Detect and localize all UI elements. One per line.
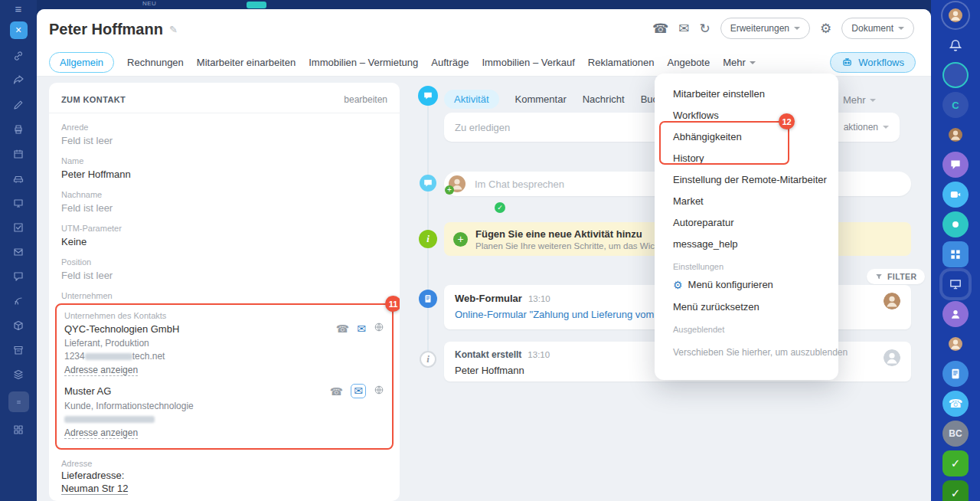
monitor-icon[interactable]: [11, 195, 26, 210]
tab-mehr[interactable]: Mehr: [723, 57, 756, 68]
timeline-tab-kommentar[interactable]: Kommentar: [515, 93, 567, 105]
actions-dropdown[interactable]: aktionen: [832, 113, 889, 142]
close-panel-button[interactable]: ×: [10, 21, 28, 39]
field-nachname: NachnameFeld ist leer: [61, 190, 387, 214]
purple-app-icon[interactable]: [942, 301, 969, 327]
mail-icon[interactable]: ✉: [678, 22, 689, 35]
menu-item-market[interactable]: Market: [655, 190, 838, 211]
copilot-icon[interactable]: [942, 62, 969, 88]
tasks-icon[interactable]: [11, 220, 26, 234]
tab-rechnungen[interactable]: Rechnungen: [127, 57, 184, 68]
menu-item-mitarbeiter-einstellen[interactable]: Mitarbeiter einstellen: [655, 83, 838, 104]
archive-icon[interactable]: [11, 342, 26, 357]
company-name[interactable]: Muster AG: [64, 385, 111, 397]
company-name[interactable]: QYC-Technologien GmbH: [64, 323, 179, 335]
feed-icon[interactable]: [11, 293, 26, 308]
task-check-icon[interactable]: ✓: [942, 450, 969, 476]
video-app-icon[interactable]: [942, 182, 969, 208]
task-check-icon[interactable]: ✓: [942, 480, 969, 501]
workflows-button[interactable]: Workflows: [830, 52, 916, 73]
filter-button[interactable]: FILTER: [867, 269, 925, 284]
timeline-tab-aktivitaet[interactable]: Aktivität: [444, 90, 499, 109]
field-utm: UTM-ParameterKeine: [61, 224, 387, 248]
funnel-icon: [875, 273, 883, 280]
show-address-link[interactable]: Adresse anzeigen: [64, 427, 138, 439]
chat-rail-icon[interactable]: [11, 269, 26, 283]
teal-app-icon[interactable]: [942, 211, 969, 237]
sync-icon[interactable]: ↻: [699, 22, 710, 35]
user-avatar[interactable]: [942, 2, 969, 28]
left-sidebar: ≡ ×: [0, 0, 37, 501]
add-activity-icon[interactable]: +: [453, 232, 468, 247]
tab-allgemein[interactable]: Allgemein: [49, 52, 114, 73]
tab-reklamationen[interactable]: Reklamationen: [588, 57, 655, 68]
robot-icon: [841, 57, 853, 68]
annotation-badge-11: 11: [385, 296, 400, 312]
chat-app-icon[interactable]: [942, 152, 969, 178]
share-icon[interactable]: [11, 73, 26, 87]
info-marker-icon: i: [419, 230, 437, 248]
timeline-tab-nachricht[interactable]: Nachricht: [583, 93, 625, 105]
grid-icon[interactable]: [11, 422, 26, 437]
printer-icon[interactable]: [11, 122, 26, 136]
page-title: Peter Hoffmann: [49, 21, 163, 38]
field-adresse: Adresse Lieferadresse: Neuman Str 12: [61, 459, 387, 495]
menu-item-message-help[interactable]: message_help: [655, 233, 838, 254]
phone-icon[interactable]: ☎: [652, 22, 668, 35]
tab-mitarbeiter-einarbeiten[interactable]: Mitarbeiter einarbeiten: [197, 57, 296, 68]
page-header: Peter Hoffmann ✎ ☎ ✉ ↻ Erweiterungen ⚙ D…: [37, 9, 931, 49]
company-mail-icon[interactable]: ✉: [357, 323, 366, 335]
layers-icon[interactable]: [11, 367, 26, 381]
apps-grid-icon[interactable]: [942, 241, 969, 267]
menu-item-remote-mitarbeiter[interactable]: Einstellung der Remote-Mitarbeiter: [655, 169, 838, 190]
tab-immobilien-verkauf[interactable]: Immobilien – Verkauf: [482, 57, 574, 68]
show-address-link[interactable]: Adresse anzeigen: [64, 365, 138, 376]
company-phone-icon[interactable]: ☎: [336, 323, 349, 335]
address-value-link[interactable]: Neuman Str 12: [61, 483, 128, 495]
contact-avatar[interactable]: [942, 331, 969, 357]
company-mail-icon[interactable]: ✉: [351, 384, 366, 398]
menu-item-konfigurieren[interactable]: ⚙Menü konfigurieren: [655, 273, 838, 296]
hamburger-icon[interactable]: ≡: [15, 2, 22, 15]
menu-item-history[interactable]: History: [655, 147, 838, 169]
company-phone-icon[interactable]: ☎: [330, 385, 343, 398]
tab-immobilien-vermietung[interactable]: Immobilien – Vermietung: [309, 57, 418, 68]
menu-item-zuruecksetzen[interactable]: Menü zurücksetzen: [655, 296, 838, 317]
created-marker-icon: i: [420, 351, 436, 368]
company-globe-icon[interactable]: [374, 322, 384, 336]
list-icon[interactable]: [8, 391, 29, 412]
companies-label: Unternehmen: [61, 291, 387, 300]
chevron-down-icon: [794, 27, 800, 30]
compose-icon[interactable]: [11, 97, 26, 112]
companies-annotation-box: 11 Unternehmen des Kontakts QYC-Technolo…: [55, 303, 394, 450]
mail-rail-icon[interactable]: [11, 244, 26, 259]
contact-avatar[interactable]: [942, 122, 969, 148]
gear-icon[interactable]: ⚙: [820, 22, 831, 35]
right-sidebar: C ☎ BC ✓ ✓: [931, 0, 980, 501]
car-icon[interactable]: [11, 171, 26, 185]
dokument-button[interactable]: Dokument: [841, 18, 914, 39]
chevron-down-icon: [883, 126, 889, 129]
notifications-bell-icon[interactable]: [942, 32, 969, 58]
avatar: [884, 349, 900, 366]
edit-title-icon[interactable]: ✎: [169, 24, 178, 35]
link-icon[interactable]: [11, 48, 26, 63]
erweiterungen-button[interactable]: Erweiterungen: [720, 18, 810, 39]
c-app-icon[interactable]: C: [942, 92, 969, 118]
screenshare-icon[interactable]: [942, 271, 969, 297]
phone-app-icon[interactable]: ☎: [942, 391, 969, 417]
company-item: Muster AG ☎ ✉ Kunde, Informationstechnol…: [64, 384, 384, 439]
document-app-icon[interactable]: [942, 361, 969, 387]
tab-angebote[interactable]: Angebote: [668, 57, 710, 68]
add-participant-icon[interactable]: +: [445, 185, 454, 195]
timeline-more[interactable]: Mehr: [843, 94, 876, 106]
bc-avatar[interactable]: BC: [942, 421, 969, 447]
tab-auftraege[interactable]: Aufträge: [431, 57, 469, 68]
edit-contact-link[interactable]: bearbeiten: [344, 94, 387, 105]
menu-item-workflows[interactable]: Workflows: [655, 104, 838, 126]
calendar-icon[interactable]: [11, 146, 26, 161]
menu-item-autoreparatur[interactable]: Autoreparatur: [655, 211, 838, 233]
menu-item-abhaengigkeiten[interactable]: Abhängigkeiten: [655, 126, 838, 147]
box-icon[interactable]: [11, 318, 26, 332]
company-globe-icon[interactable]: [374, 385, 384, 398]
